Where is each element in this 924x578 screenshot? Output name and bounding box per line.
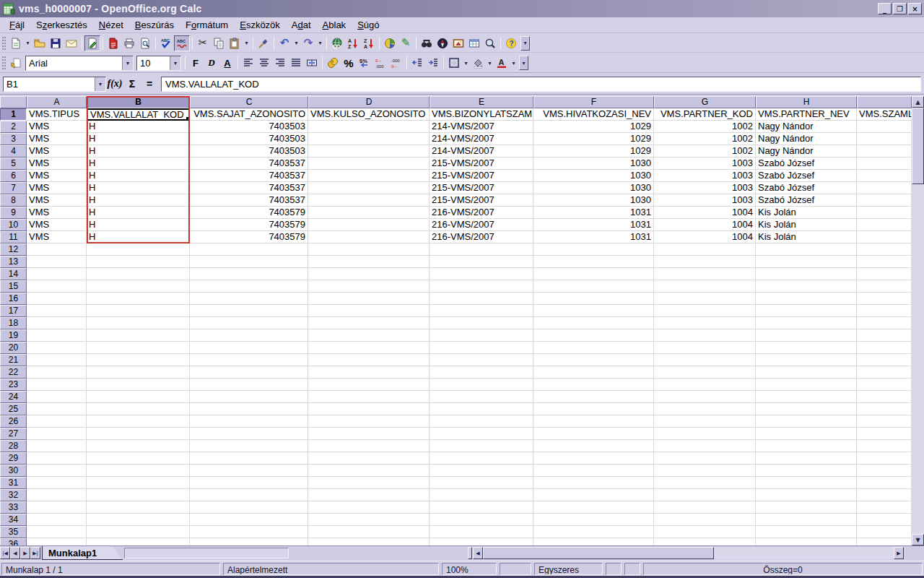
cell-H20[interactable] (756, 342, 857, 354)
cell-B13[interactable] (87, 256, 190, 268)
cell-A26[interactable] (27, 415, 87, 428)
horizontal-scrollbar[interactable] (483, 547, 904, 559)
cell-B11[interactable]: H (87, 231, 190, 243)
auto-spellcheck-button[interactable]: ABC (174, 35, 190, 51)
cell-E25[interactable] (430, 403, 533, 415)
cell-A22[interactable] (27, 366, 87, 379)
cell-A29[interactable] (27, 452, 87, 465)
cell-E13[interactable] (430, 256, 533, 268)
cell-H12[interactable] (756, 243, 857, 256)
cell-E18[interactable] (430, 317, 533, 329)
cell-H32[interactable] (756, 489, 857, 501)
cell-I35[interactable] (857, 526, 912, 538)
cell-D2[interactable] (308, 121, 430, 133)
format-paintbrush-button[interactable] (256, 35, 271, 51)
insert-mode-field[interactable] (500, 563, 531, 575)
cell-F7[interactable]: 1030 (533, 182, 654, 194)
sort-descending-button[interactable]: ZA (361, 35, 377, 51)
scroll-up-button[interactable]: ▲ (912, 96, 924, 108)
cell-B31[interactable] (87, 477, 190, 489)
cell-F6[interactable]: 1030 (533, 170, 654, 182)
menu-fajl[interactable]: Fájl (4, 18, 30, 33)
cell-D30[interactable] (308, 465, 430, 477)
selection-mode-field[interactable]: Egyszeres (534, 563, 603, 575)
cell-B36[interactable] (87, 538, 190, 545)
cell-G10[interactable]: 1004 (654, 219, 756, 231)
cell-C10[interactable]: 7403579 (190, 219, 308, 231)
cell-B19[interactable] (87, 329, 190, 342)
cell-C28[interactable] (190, 440, 308, 452)
menu-ablak[interactable]: Ablak (317, 18, 352, 33)
cell-A7[interactable]: VMS (27, 182, 87, 194)
cell-D13[interactable] (308, 256, 430, 268)
cell-C26[interactable] (190, 415, 308, 428)
cell-E36[interactable] (430, 538, 533, 545)
toolbar-grip[interactable] (2, 56, 6, 69)
cell-I9[interactable] (857, 207, 912, 219)
cell-H35[interactable] (756, 526, 857, 538)
cell-C3[interactable]: 7403503 (190, 133, 308, 145)
cell-G4[interactable]: 1002 (654, 145, 756, 158)
cell-H5[interactable]: Szabó József (756, 158, 857, 170)
cell-A3[interactable]: VMS (27, 133, 87, 145)
cell-C9[interactable]: 7403579 (190, 207, 308, 219)
cell-B17[interactable] (87, 305, 190, 317)
cell-C4[interactable]: 7403503 (190, 145, 308, 158)
cell-B30[interactable] (87, 465, 190, 477)
sheet-tab-area[interactable] (124, 548, 289, 558)
formula-input-line[interactable]: VMS.VALLALAT_KOD (161, 77, 921, 92)
cell-C6[interactable]: 7403537 (190, 170, 308, 182)
cell-I29[interactable] (857, 452, 912, 465)
page-preview-button[interactable] (137, 35, 153, 51)
cell-G29[interactable] (654, 452, 756, 465)
cell-G13[interactable] (654, 256, 756, 268)
cell-H22[interactable] (756, 366, 857, 379)
cell-D34[interactable] (308, 514, 430, 526)
cell-D6[interactable] (308, 170, 430, 182)
cell-D1[interactable]: VMS.KULSO_AZONOSITO (308, 108, 430, 121)
row-header-16[interactable]: 16 (0, 293, 27, 305)
cell-D8[interactable] (308, 194, 430, 207)
cell-B35[interactable] (87, 526, 190, 538)
decrease-indent-button[interactable] (409, 55, 425, 71)
increase-indent-button[interactable] (425, 55, 441, 71)
cell-E35[interactable] (430, 526, 533, 538)
cell-D20[interactable] (308, 342, 430, 354)
cell-A35[interactable] (27, 526, 87, 538)
row-header-15[interactable]: 15 (0, 280, 27, 293)
cell-F12[interactable] (533, 243, 654, 256)
cell-F23[interactable] (533, 379, 654, 391)
cell-F32[interactable] (533, 489, 654, 501)
email-button[interactable] (64, 35, 79, 51)
print-button[interactable] (121, 35, 137, 51)
cell-H28[interactable] (756, 440, 857, 452)
cell-E5[interactable]: 215-VMS/2007 (430, 158, 533, 170)
cell-G27[interactable] (654, 428, 756, 440)
cell-B25[interactable] (87, 403, 190, 415)
cell-F24[interactable] (533, 391, 654, 403)
cell-reference[interactable]: B1 (4, 77, 95, 91)
cell-B26[interactable] (87, 415, 190, 428)
row-header-7[interactable]: 7 (0, 182, 27, 194)
cell-E17[interactable] (430, 305, 533, 317)
signature-field[interactable] (624, 563, 640, 575)
cell-D7[interactable] (308, 182, 430, 194)
hyperlink-button[interactable] (329, 35, 345, 51)
cell-G6[interactable]: 1003 (654, 170, 756, 182)
cell-I23[interactable] (857, 379, 912, 391)
menu-formatum[interactable]: Formátum (180, 18, 234, 33)
cell-B24[interactable] (87, 391, 190, 403)
row-header-18[interactable]: 18 (0, 317, 27, 329)
cell-H17[interactable] (756, 305, 857, 317)
cell-C11[interactable]: 7403579 (190, 231, 308, 243)
new-document-dropdown[interactable]: ▾ (24, 35, 32, 51)
cell-H18[interactable] (756, 317, 857, 329)
cell-I18[interactable] (857, 317, 912, 329)
cell-H36[interactable] (756, 538, 857, 545)
borders-dropdown[interactable]: ▾ (462, 55, 470, 71)
sum-field[interactable]: Összeg=0 (643, 563, 923, 575)
cell-G11[interactable]: 1004 (654, 231, 756, 243)
align-right-button[interactable] (272, 55, 288, 71)
row-header-8[interactable]: 8 (0, 194, 27, 207)
redo-button[interactable]: ↷ (300, 35, 316, 51)
